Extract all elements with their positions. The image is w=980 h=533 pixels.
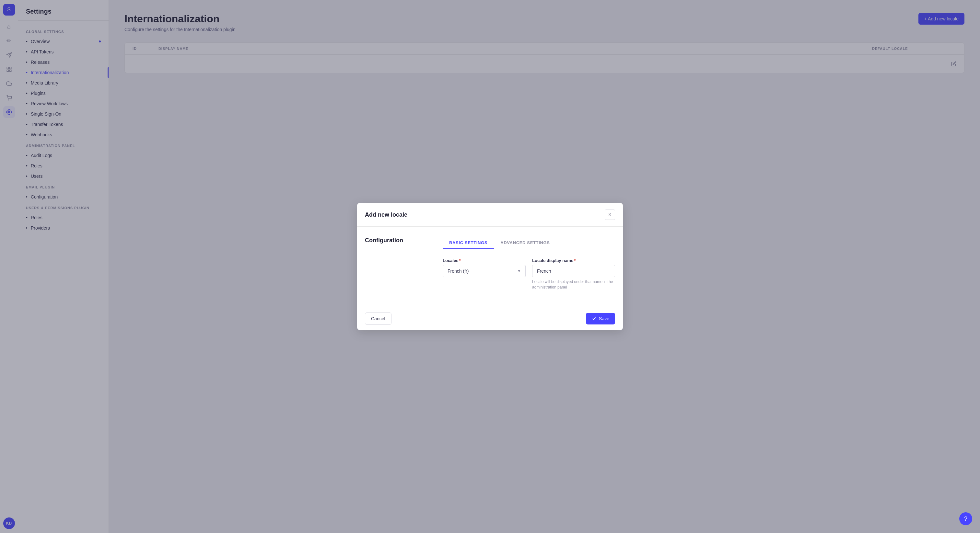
- locale-display-name-input[interactable]: [532, 265, 615, 277]
- save-button[interactable]: Save: [586, 313, 615, 324]
- tab-advanced-settings[interactable]: ADVANCED SETTINGS: [494, 237, 556, 249]
- locales-select-wrapper: French (fr) English (en) German (de) Spa…: [443, 265, 526, 277]
- modal-title: Add new locale: [365, 211, 407, 218]
- modal-overlay[interactable]: Add new locale × Configuration BASIC SET…: [0, 0, 980, 533]
- cancel-button[interactable]: Cancel: [365, 313, 391, 325]
- modal-close-button[interactable]: ×: [605, 209, 615, 220]
- help-icon: ?: [964, 516, 967, 522]
- locale-display-name-hint: Locale will be displayed under that name…: [532, 279, 615, 290]
- tab-basic-settings[interactable]: BASIC SETTINGS: [443, 237, 494, 249]
- locales-required-marker: *: [459, 258, 460, 263]
- modal-section-title: Configuration: [365, 237, 430, 244]
- display-name-required-marker: *: [574, 258, 576, 263]
- modal-tabs: BASIC SETTINGS ADVANCED SETTINGS: [443, 237, 615, 249]
- modal-body: Configuration BASIC SETTINGS ADVANCED SE…: [357, 227, 623, 307]
- locale-display-name-group: Locale display name* Locale will be disp…: [532, 258, 615, 290]
- save-check-icon: [592, 316, 596, 321]
- help-button[interactable]: ?: [959, 512, 972, 525]
- modal-header: Add new locale ×: [357, 203, 623, 227]
- close-icon: ×: [608, 212, 611, 217]
- modal-footer: Cancel Save: [357, 307, 623, 330]
- modal: Add new locale × Configuration BASIC SET…: [357, 203, 623, 330]
- modal-left-panel: Configuration: [365, 237, 430, 297]
- locales-select[interactable]: French (fr) English (en) German (de) Spa…: [443, 265, 526, 277]
- locale-display-name-label: Locale display name*: [532, 258, 615, 263]
- locales-label: Locales*: [443, 258, 526, 263]
- form-row-locales: Locales* French (fr) English (en) German…: [443, 258, 615, 290]
- locales-field-group: Locales* French (fr) English (en) German…: [443, 258, 526, 290]
- modal-right-panel: BASIC SETTINGS ADVANCED SETTINGS Locales…: [443, 237, 615, 297]
